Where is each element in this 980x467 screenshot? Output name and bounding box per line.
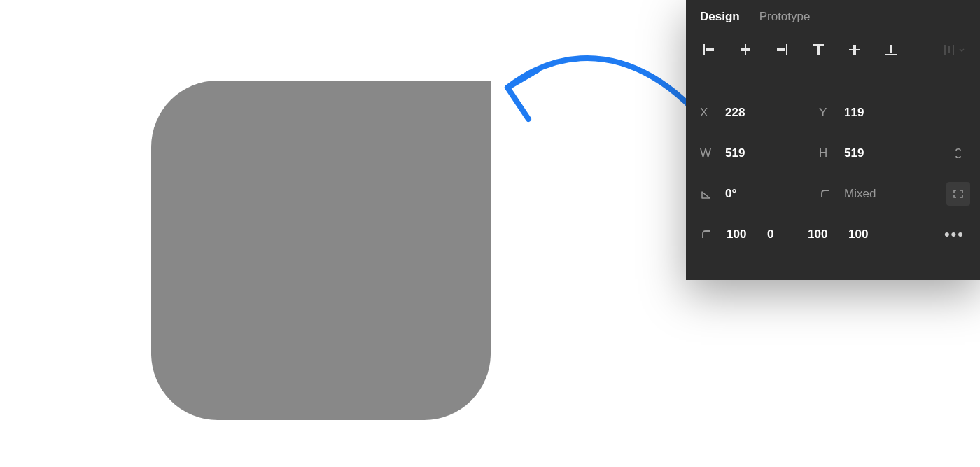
rotation-icon [700,188,725,200]
corner-radius-input[interactable] [844,187,893,201]
alignment-row [686,34,980,71]
properties-section: X Y W H [686,71,980,255]
w-input[interactable] [725,146,774,160]
individual-corners-row: ••• [700,214,970,255]
align-top-icon[interactable] [809,41,827,59]
position-row: X Y [700,92,970,133]
rotation-radius-row [700,174,970,214]
align-horizontal-center-icon[interactable] [736,41,755,59]
corner-br-input[interactable] [808,228,841,242]
corner-top-left-icon [700,228,720,241]
corner-radius-icon [819,188,844,200]
h-input[interactable] [844,146,893,160]
tab-design[interactable]: Design [700,10,740,24]
size-row: W H [700,133,970,174]
align-vertical-center-icon[interactable] [846,41,864,59]
constrain-proportions-icon[interactable] [946,141,970,165]
corner-tr-input[interactable] [767,228,801,242]
align-bottom-icon[interactable] [882,41,900,59]
align-right-icon[interactable] [773,41,791,59]
y-input[interactable] [844,106,893,120]
corner-bl-input[interactable] [848,228,882,242]
y-label: Y [819,106,844,120]
canvas-rectangle[interactable] [151,81,491,420]
rotation-input[interactable] [725,187,774,201]
align-left-icon[interactable] [700,41,718,59]
w-label: W [700,146,725,160]
panel-tabs: Design Prototype [686,0,980,34]
tab-prototype[interactable]: Prototype [760,10,811,24]
corner-tl-input[interactable] [727,228,760,242]
independent-corners-icon[interactable] [946,182,970,206]
x-input[interactable] [725,106,774,120]
more-options-icon[interactable]: ••• [944,225,970,244]
distribute-spacing-icon[interactable] [942,43,966,57]
h-label: H [819,146,844,160]
design-panel: Design Prototype X [686,0,980,280]
x-label: X [700,106,725,120]
